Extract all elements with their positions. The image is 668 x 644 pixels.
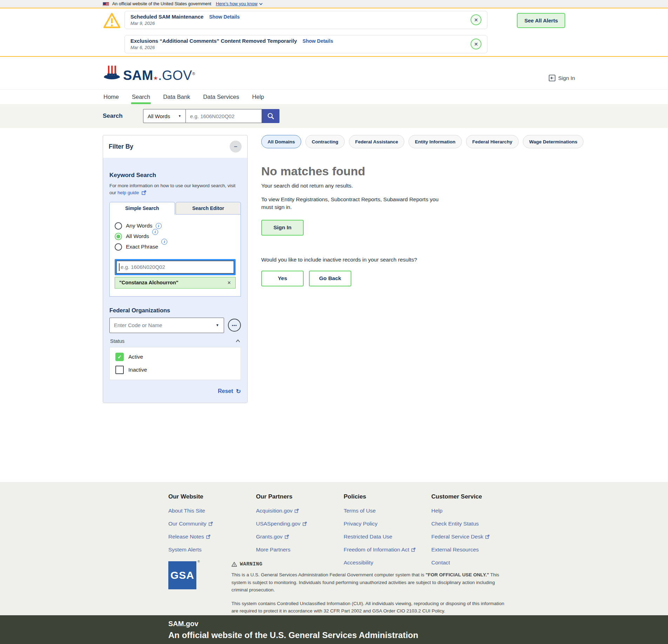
- footer-link-check-entity-status[interactable]: Check Entity Status: [431, 521, 519, 527]
- domain-tab-all-domains[interactable]: All Domains: [261, 135, 301, 148]
- registered-mark: ®: [197, 560, 200, 563]
- nav-item-data-services[interactable]: Data Services: [202, 90, 240, 104]
- nav-item-home[interactable]: Home: [103, 90, 120, 104]
- external-link-icon: [411, 548, 416, 552]
- warning-paragraph-1: This is a U.S. General Services Administ…: [231, 571, 512, 594]
- nav-item-data-bank[interactable]: Data Bank: [162, 90, 191, 104]
- checkbox-inactive-unchecked[interactable]: [115, 366, 124, 374]
- dropdown-arrow-icon[interactable]: ▼: [216, 323, 224, 327]
- yes-button[interactable]: Yes: [261, 271, 304, 286]
- info-icon[interactable]: i: [156, 223, 162, 229]
- checkbox-active-checked[interactable]: ✓: [115, 353, 124, 361]
- footer-link-usaspending-gov[interactable]: USASpending.gov: [256, 521, 344, 527]
- alert-date: Mar 6, 2026: [130, 45, 333, 50]
- alert-show-details-link[interactable]: Show Details: [209, 14, 239, 20]
- heres-how-you-know-link[interactable]: Here’s how you know: [216, 1, 263, 6]
- keyword-input-focused[interactable]: [116, 260, 234, 274]
- alert-show-details-link[interactable]: Show Details: [303, 38, 333, 44]
- results-area: All Domains Contracting Federal Assistan…: [261, 135, 668, 482]
- radio-label: Exact Phrase: [126, 244, 158, 250]
- heres-how-you-know-label: Here’s how you know: [216, 1, 258, 6]
- keyword-help-text: For more information on how to use our k…: [109, 182, 241, 197]
- sign-in-button[interactable]: Sign In: [261, 220, 304, 236]
- footer-column-title: Policies: [344, 493, 431, 500]
- external-link-icon: [206, 535, 210, 539]
- see-all-alerts-button[interactable]: See All Alerts: [517, 13, 565, 28]
- footer-link-external-resources[interactable]: External Resources: [431, 547, 519, 553]
- external-link-icon: [295, 509, 299, 513]
- footer-link-terms-of-use[interactable]: Terms of Use: [344, 508, 431, 514]
- domain-tab-entity-information[interactable]: Entity Information: [409, 135, 462, 148]
- footer-link-grants-gov[interactable]: Grants.gov: [256, 534, 344, 540]
- footer-link-privacy-policy[interactable]: Privacy Policy: [344, 521, 431, 527]
- footer-link-help[interactable]: Help: [431, 508, 519, 514]
- footer-link-release-notes[interactable]: Release Notes: [168, 534, 256, 540]
- footer-column-customer-service: Customer Service Help Check Entity Statu…: [431, 493, 519, 556]
- site-header: ★★★ SAM★.GOV® Sign In: [0, 57, 668, 89]
- checkbox-label: Active: [128, 354, 143, 360]
- gov-banner: An official website of the United States…: [0, 0, 668, 8]
- footer-column-title: Customer Service: [431, 493, 519, 500]
- footer-link-more-partners[interactable]: More Partners: [256, 547, 344, 553]
- footer-link-restricted-data-use[interactable]: Restricted Data Use: [344, 534, 431, 540]
- sam-gov-logo[interactable]: ★★★ SAM★.GOV®: [103, 65, 195, 82]
- tab-simple-search[interactable]: Simple Search: [109, 202, 175, 215]
- federal-org-combobox[interactable]: ▼: [109, 318, 224, 333]
- sign-in-link[interactable]: Sign In: [549, 75, 575, 81]
- info-icon[interactable]: i: [161, 239, 167, 245]
- search-mode-select[interactable]: All Words ▼: [143, 109, 186, 123]
- radio-any-words[interactable]: [115, 222, 122, 230]
- domain-tab-federal-assistance[interactable]: Federal Assistance: [349, 135, 405, 148]
- radio-row-all-words[interactable]: All Words i: [115, 233, 236, 240]
- status-option-inactive[interactable]: Inactive: [115, 366, 235, 374]
- search-mode-value: All Words: [148, 113, 170, 119]
- go-back-button[interactable]: Go Back: [309, 271, 351, 286]
- site-footer: Our Website About This Site Our Communit…: [0, 482, 668, 615]
- domain-tab-contracting[interactable]: Contracting: [305, 135, 345, 148]
- chip-remove-icon[interactable]: ✕: [227, 280, 231, 285]
- text-caret: [119, 263, 120, 271]
- radio-exact-phrase[interactable]: [115, 243, 122, 251]
- checkbox-label: Inactive: [128, 367, 147, 373]
- footer-column-policies: Policies Terms of Use Privacy Policy Res…: [344, 493, 431, 556]
- radio-row-any-words[interactable]: Any Words i: [115, 222, 236, 230]
- search-submit-button[interactable]: [262, 109, 279, 123]
- alert-close-button[interactable]: ✕: [471, 14, 481, 25]
- help-guide-link[interactable]: help guide: [117, 190, 146, 195]
- chevron-up-icon[interactable]: [236, 339, 240, 343]
- radio-all-words-selected[interactable]: [115, 233, 122, 240]
- external-link-icon: [485, 535, 490, 539]
- footer-link-system-alerts[interactable]: System Alerts: [168, 547, 256, 553]
- footer-link-our-community[interactable]: Our Community: [168, 521, 256, 527]
- reset-filters-link[interactable]: Reset: [218, 388, 233, 394]
- alert-close-button[interactable]: ✕: [471, 39, 481, 49]
- domain-tab-wage-determinations[interactable]: Wage Determinations: [523, 135, 584, 148]
- keyword-tabs: Simple Search Search Editor: [109, 202, 241, 215]
- footer-link-acquisition-gov[interactable]: Acquisition.gov: [256, 508, 344, 514]
- warning-heading: WARNING: [231, 561, 512, 567]
- federal-org-input[interactable]: [110, 318, 216, 333]
- external-link-icon: [303, 522, 307, 526]
- nav-item-help[interactable]: Help: [251, 90, 265, 104]
- nav-item-search[interactable]: Search: [131, 90, 151, 104]
- footer-link-about-this-site[interactable]: About This Site: [168, 508, 256, 514]
- domain-tab-federal-hierarchy[interactable]: Federal Hierarchy: [466, 135, 519, 148]
- search-input[interactable]: [186, 109, 262, 123]
- federal-org-more-button[interactable]: •••: [228, 319, 241, 332]
- collapse-filters-button[interactable]: −: [230, 141, 242, 152]
- us-flag-icon: [103, 2, 109, 6]
- federal-organizations-heading: Federal Organizations: [109, 307, 241, 314]
- footer-link-federal-service-desk[interactable]: Federal Service Desk: [431, 534, 519, 540]
- tab-search-editor[interactable]: Search Editor: [176, 202, 241, 215]
- no-results-message: Your search did not return any results.: [261, 183, 668, 189]
- reset-refresh-icon[interactable]: ↻: [236, 388, 241, 395]
- radio-row-exact-phrase[interactable]: Exact Phrase i: [115, 243, 236, 251]
- keyword-chip-label: "Constanza Alchourron": [119, 280, 178, 285]
- info-icon[interactable]: i: [152, 229, 158, 235]
- search-strip-label: Search: [103, 113, 143, 120]
- close-icon: ✕: [474, 41, 478, 47]
- status-option-active[interactable]: ✓ Active: [115, 353, 235, 361]
- footer-link-foia[interactable]: Freedom of Information Act: [344, 547, 431, 553]
- footer-column-title: Our Partners: [256, 493, 344, 500]
- keyword-chip: "Constanza Alchourron" ✕: [115, 277, 236, 289]
